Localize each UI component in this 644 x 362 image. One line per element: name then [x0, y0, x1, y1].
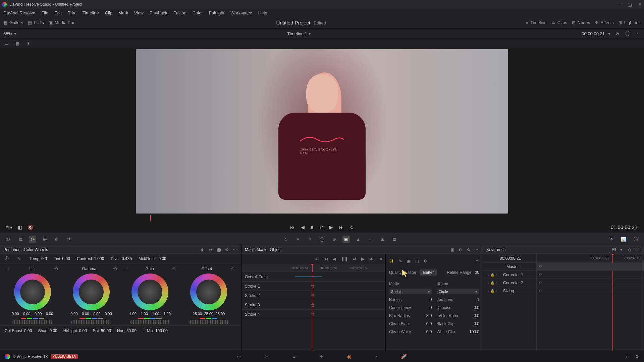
lift-jog[interactable] — [12, 320, 53, 324]
trash-icon[interactable]: 🗑 — [311, 312, 315, 317]
view-enhance-icon[interactable]: ▦ — [14, 40, 21, 47]
window-icon[interactable]: ◯ — [318, 236, 326, 243]
consistency-value[interactable]: 0 — [430, 305, 432, 310]
menu-timeline[interactable]: Timeline — [83, 10, 99, 15]
refine-range-value[interactable]: 30 — [475, 270, 479, 275]
gain-g[interactable]: 1.00 — [151, 312, 161, 316]
color-wheels-icon[interactable]: ◎ — [29, 236, 36, 243]
mask-track-rev-icon[interactable]: ◀ — [333, 256, 336, 261]
minimize-icon[interactable]: — — [617, 2, 622, 7]
next-frame-icon[interactable]: ⏭ — [339, 225, 344, 230]
key-icon[interactable]: ▭ — [367, 236, 374, 243]
rgb-mixer-icon[interactable]: ⫛ — [53, 236, 60, 243]
wheels-mode-icon[interactable]: ◎ — [200, 247, 206, 253]
qualifier-icon[interactable]: ✎▾ — [6, 225, 12, 230]
gamma-r[interactable]: 0.00 — [80, 312, 91, 316]
curves-icon[interactable]: ∿ — [282, 236, 289, 243]
contrast-value[interactable]: 1.000 — [94, 256, 104, 261]
trash-icon[interactable]: 🗑 — [311, 303, 315, 307]
cleanwhite-value[interactable]: 0.0 — [426, 329, 432, 334]
stop-icon[interactable]: ■ — [311, 225, 313, 230]
options-icon[interactable]: ⋯ — [634, 31, 641, 37]
deliver-page-icon[interactable]: 🚀 — [401, 354, 407, 360]
motion-effects-icon[interactable]: ≋ — [65, 236, 72, 243]
keyframes-tc[interactable]: 00:00:00:21 — [500, 256, 521, 261]
lift-y[interactable]: 0.00 — [10, 312, 20, 316]
mask-brush-icon[interactable]: ✎ — [399, 259, 402, 263]
colboost-value[interactable]: 0.00 — [24, 328, 32, 333]
trash-icon[interactable]: 🗑 — [311, 293, 315, 298]
mask-toggle-overlay-icon[interactable]: ▣ — [449, 247, 455, 253]
gain-r[interactable]: 1.00 — [139, 312, 149, 316]
warper-icon[interactable]: ✦ — [294, 236, 302, 243]
offset-r[interactable]: 25.00 — [192, 312, 202, 316]
gamma-jog[interactable] — [71, 320, 111, 324]
sat-value[interactable]: 50.00 — [101, 328, 111, 333]
close-icon[interactable]: ✕ — [638, 2, 642, 7]
offset-b[interactable]: 25.00 — [215, 312, 225, 316]
home-icon[interactable]: ⌂ — [626, 354, 629, 359]
mask-overall-track[interactable]: Overall Track — [241, 272, 385, 282]
gain-y[interactable]: 1.00 — [128, 312, 138, 316]
magic-mask-icon[interactable]: ▣ — [342, 236, 350, 243]
mask-track-rev-all-icon[interactable]: ⏮ — [324, 256, 328, 261]
camera-raw-icon[interactable]: ⚙ — [5, 236, 12, 243]
gain-picker-icon[interactable]: ⊹ — [124, 266, 128, 271]
maximize-icon[interactable]: ▢ — [628, 2, 632, 7]
lift-b[interactable]: 0.00 — [45, 312, 55, 316]
mask-playhead-icon[interactable] — [312, 264, 313, 272]
gain-reset-icon[interactable]: ⟲ — [172, 266, 176, 272]
whiteclip-value[interactable]: 100.0 — [469, 329, 479, 334]
menu-help[interactable]: Help — [258, 10, 267, 15]
project-settings-icon[interactable]: ⚙ — [635, 354, 639, 359]
chevron-down-icon[interactable]: ▾ — [618, 247, 624, 253]
faster-button[interactable]: Faster — [405, 270, 416, 275]
first-frame-icon[interactable]: ⏮ — [290, 225, 295, 230]
menu-workspace[interactable]: Workspace — [230, 10, 252, 15]
offset-reset-icon[interactable]: ⟲ — [230, 266, 234, 272]
menu-mark[interactable]: Mark — [118, 10, 128, 15]
media-page-icon[interactable]: ▭ — [237, 354, 241, 360]
gamma-reset-icon[interactable]: ⟲ — [113, 266, 117, 272]
mask-track-fwd-icon[interactable]: ▶ — [361, 256, 365, 261]
menu-fusion[interactable]: Fusion — [173, 10, 186, 15]
lmix-value[interactable]: 100.00 — [155, 328, 168, 333]
keyframes-toggle-icon[interactable]: 👁 — [608, 236, 615, 243]
inout-value[interactable]: 0.0 — [474, 313, 479, 318]
hdr-wheels-icon[interactable]: ◉ — [41, 236, 48, 243]
split-screen-icon[interactable]: ◧ — [18, 225, 22, 230]
mask-stroke-1[interactable]: Stroke 1🗑 — [241, 282, 385, 291]
luts-button[interactable]: ▤LUTs — [28, 20, 44, 25]
edit-page-icon[interactable]: ≡ — [293, 354, 296, 360]
hue-value[interactable]: 50.00 — [126, 328, 137, 333]
trash-icon[interactable]: 🗑 — [311, 284, 315, 289]
gain-wheel[interactable] — [131, 274, 168, 310]
cut-page-icon[interactable]: ✂ — [265, 354, 269, 360]
menu-clip[interactable]: Clip — [105, 10, 112, 15]
info-icon[interactable]: ⓘ — [632, 236, 639, 243]
color-page-icon[interactable]: ◉ — [347, 354, 352, 360]
gamma-b[interactable]: 0.00 — [103, 312, 113, 316]
color-match-icon[interactable]: ▦ — [17, 236, 24, 243]
blur-value[interactable]: 8.0 — [426, 313, 432, 318]
mask-invert-icon[interactable]: ◐ — [457, 247, 463, 253]
mask-props-reset-icon[interactable]: ⟲ — [476, 259, 479, 263]
keyframe-marker-icon[interactable] — [539, 265, 542, 268]
mute-icon[interactable]: 🔇 — [28, 225, 33, 230]
pick-white-icon[interactable]: ✎ — [17, 256, 21, 261]
log-mode-icon[interactable]: ⬤ — [216, 247, 222, 253]
lift-g[interactable]: 0.00 — [33, 312, 43, 316]
gamma-g[interactable]: 0.00 — [92, 312, 102, 316]
mask-frame-fwd-icon[interactable]: ⇥ — [378, 256, 382, 261]
mask-stroke-3[interactable]: Stroke 3🗑 — [241, 300, 385, 310]
expand-icon[interactable]: ⛶ — [624, 31, 631, 37]
gamma-wheel[interactable] — [73, 274, 110, 310]
shad-value[interactable]: 0.00 — [49, 328, 57, 333]
timeline-selector[interactable]: Timeline 1 ▾ — [16, 31, 582, 36]
mask-pause-icon[interactable]: ❚❚ — [341, 256, 348, 261]
mode-select[interactable]: Shrink▾ — [389, 289, 432, 294]
keyframes-corrector-1[interactable]: ◇🔒›Corrector 1 — [483, 271, 536, 279]
keyframe-marker-icon[interactable] — [539, 289, 542, 292]
blackclip-value[interactable]: 0.0 — [474, 321, 479, 326]
gallery-button[interactable]: ▦Gallery — [3, 20, 23, 25]
